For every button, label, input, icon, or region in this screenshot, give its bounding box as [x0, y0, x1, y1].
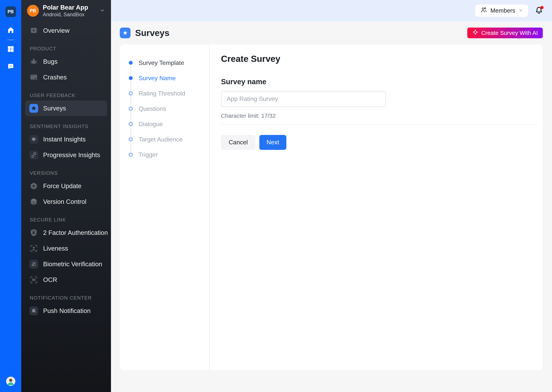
topbar: Members	[111, 0, 552, 21]
sidebar-item-surveys[interactable]: Surveys	[25, 100, 107, 116]
chat-button[interactable]	[7, 63, 15, 71]
bell-icon	[535, 13, 543, 15]
chat-icon	[7, 63, 15, 71]
members-icon	[480, 6, 487, 15]
step-label: Survey Name	[138, 75, 176, 82]
sidebar-item-label: Bugs	[43, 58, 58, 65]
step-dot	[129, 153, 133, 157]
sidebar-item-bugs[interactable]: Bugs	[25, 54, 107, 70]
form-column: Create Survey Survey name Character limi…	[210, 44, 543, 370]
sidebar-item-label: Push Notification	[43, 307, 91, 315]
survey-name-label: Survey name	[221, 77, 543, 86]
sidebar-item-label: 2 Factor Authentication	[43, 229, 108, 236]
step-rating-threshold[interactable]: Rating Threshold	[129, 86, 209, 101]
sidebar-item-version-control[interactable]: Version Control	[25, 194, 107, 210]
sparkle-icon	[472, 29, 478, 36]
sidebar-item-progressive-insights[interactable]: Progressive Insights	[25, 147, 107, 163]
sidebar-item-label: Force Update	[43, 182, 81, 190]
stepper-column: Survey Template Survey Name Rating Thres…	[120, 44, 210, 370]
home-button[interactable]	[7, 26, 15, 35]
step-label: Trigger	[138, 151, 158, 158]
app-avatar: PB	[27, 5, 39, 17]
step-target-audience[interactable]: Target Audience	[129, 132, 209, 147]
next-button[interactable]: Next	[259, 135, 287, 150]
chevron-down-icon	[100, 7, 105, 14]
sidebar-item-crashes[interactable]: Crashes	[25, 70, 107, 85]
app-name: Polar Bear App	[43, 4, 88, 11]
home-icon	[7, 26, 15, 35]
bell-badge-icon	[29, 307, 38, 315]
section-label-versions: VERSIONS	[25, 170, 107, 176]
sidebar-item-overview[interactable]: Overview	[25, 23, 107, 38]
form-heading: Create Survey	[221, 54, 543, 64]
sidebar-item-label: Progressive Insights	[43, 151, 100, 159]
sidebar-item-label: Overview	[43, 27, 70, 34]
card-scan-icon	[29, 275, 38, 284]
step-survey-name[interactable]: Survey Name	[129, 70, 209, 86]
workspace-logo[interactable]: PB	[5, 6, 16, 17]
create-survey-with-ai-button[interactable]: Create Survey With AI	[467, 28, 543, 38]
crash-icon	[29, 73, 38, 82]
sidebar-item-force-update[interactable]: Force Update	[25, 178, 107, 194]
step-dialogue[interactable]: Dialogue	[129, 116, 209, 132]
left-rail: PB	[0, 0, 21, 392]
step-dot	[129, 91, 133, 95]
app-root: PB PB Polar Bear App Android, SandBox	[0, 0, 552, 392]
sidebar-item-push-notification[interactable]: Push Notification	[25, 303, 107, 319]
bug-icon	[29, 57, 38, 66]
sidebar-item-label: OCR	[43, 276, 57, 283]
grid-icon	[7, 45, 15, 54]
app-switcher[interactable]: PB Polar Bear App Android, SandBox	[21, 0, 111, 21]
form-divider	[221, 125, 538, 125]
apps-button[interactable]	[7, 45, 15, 54]
sidebar-item-label: Biometric Verification	[43, 260, 102, 268]
step-label: Survey Template	[138, 59, 184, 66]
sidebar-item-label: Surveys	[43, 105, 66, 112]
heart-icon	[29, 135, 38, 144]
sidebar-item-label: Liveness	[43, 245, 68, 252]
sidebar-item-instant-insights[interactable]: Instant Insights	[25, 132, 107, 147]
rail-divider	[7, 40, 14, 40]
step-dot	[129, 137, 133, 141]
sidebar-item-liveness[interactable]: Liveness	[25, 241, 107, 256]
stepper: Survey Template Survey Name Rating Thres…	[129, 55, 209, 162]
app-subtitle: Android, SandBox	[43, 12, 88, 18]
surveys-star-icon	[29, 104, 38, 113]
step-label: Questions	[138, 105, 166, 112]
content: Survey Template Survey Name Rating Thres…	[111, 44, 552, 392]
create-survey-card: Survey Template Survey Name Rating Thres…	[120, 44, 543, 370]
overview-icon	[29, 26, 38, 35]
notification-dot	[540, 6, 544, 9]
page-title: Surveys	[135, 28, 169, 38]
face-scan-icon	[29, 244, 38, 253]
section-label-product: PRODUCT	[25, 46, 107, 51]
form-actions: Cancel Next	[221, 135, 543, 150]
members-label: Members	[490, 7, 515, 14]
main-area: Members Surveys Create Survey With AI	[111, 0, 552, 392]
step-survey-template[interactable]: Survey Template	[129, 55, 209, 70]
sidebar-item-2fa[interactable]: 2 Factor Authentication	[25, 225, 107, 241]
step-dot	[129, 107, 133, 111]
version-control-icon	[29, 197, 38, 206]
step-dot	[129, 61, 133, 65]
step-dot	[129, 76, 133, 80]
star-icon	[122, 30, 128, 36]
user-avatar[interactable]	[6, 377, 15, 386]
cancel-button[interactable]: Cancel	[221, 135, 255, 150]
sidebar-item-label: Instant Insights	[43, 136, 86, 143]
section-label-sentiment-insights: SENTIMENT INSIGHTS	[25, 123, 107, 129]
step-dot	[129, 122, 133, 126]
step-questions[interactable]: Questions	[129, 101, 209, 116]
sidebar-nav: Overview PRODUCT Bugs Crashes USER FEEDB…	[21, 21, 111, 392]
step-label: Rating Threshold	[138, 90, 185, 97]
members-button[interactable]: Members	[475, 5, 528, 17]
sidebar-item-ocr[interactable]: OCR	[25, 272, 107, 288]
step-trigger[interactable]: Trigger	[129, 147, 209, 162]
survey-name-input[interactable]	[221, 91, 386, 107]
character-limit-text: Character limit: 17/32	[221, 112, 543, 119]
step-label: Dialogue	[138, 121, 163, 128]
notifications-button[interactable]	[534, 6, 544, 16]
shield-lock-icon	[29, 228, 38, 237]
sidebar-item-biometric-verification[interactable]: Biometric Verification	[25, 256, 107, 272]
sidebar-item-label: Crashes	[43, 74, 67, 81]
